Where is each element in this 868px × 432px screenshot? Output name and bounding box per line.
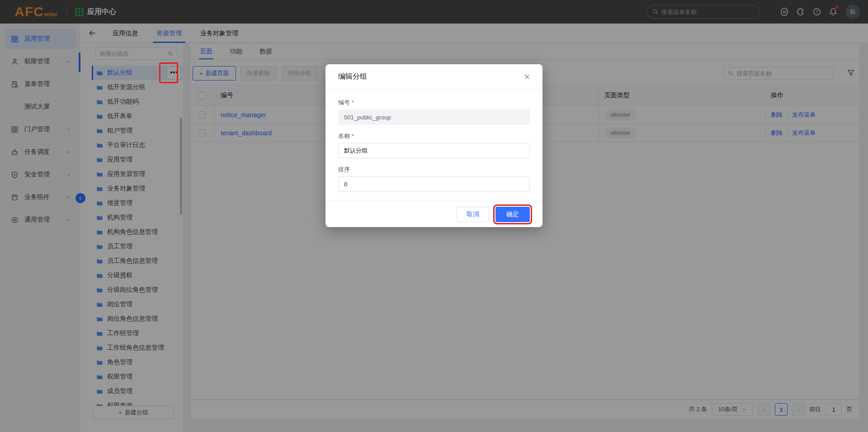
group-sort-input[interactable]: [338, 176, 530, 192]
close-icon[interactable]: ×: [524, 72, 530, 82]
confirm-button[interactable]: 确定: [495, 207, 530, 222]
field-label-id: 编号*: [338, 99, 530, 107]
field-label-sort: 排序: [338, 166, 530, 174]
modal-title: 编辑分组: [338, 72, 367, 81]
group-name-input[interactable]: [338, 143, 530, 158]
required-asterisk: *: [352, 99, 354, 106]
modal-footer: 取消 确定: [326, 201, 542, 227]
cancel-button[interactable]: 取消: [457, 207, 489, 222]
modal-body: 编号* 名称* 排序: [326, 90, 542, 201]
modal-header: 编辑分组 ×: [326, 64, 542, 90]
group-id-input: [338, 109, 530, 125]
field-label-name: 名称*: [338, 132, 530, 140]
required-asterisk: *: [352, 133, 354, 139]
edit-group-modal: 编辑分组 × 编号* 名称* 排序 取消 确定: [326, 64, 542, 227]
annotation-red-box-more: [159, 62, 178, 83]
